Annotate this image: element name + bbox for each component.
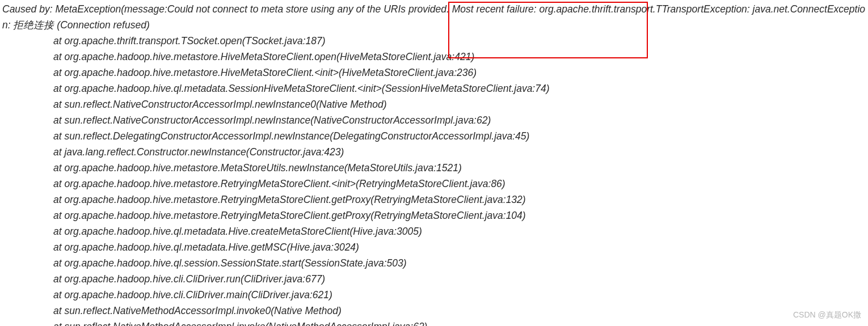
stack-frame: at org.apache.hadoop.hive.ql.metadata.Hi… xyxy=(2,239,868,255)
stack-frame: at sun.reflect.NativeMethodAccessorImpl.… xyxy=(2,303,868,319)
stack-frame: at org.apache.hadoop.hive.metastore.Retr… xyxy=(2,176,868,192)
stack-frame: at org.apache.hadoop.hive.cli.CliDriver.… xyxy=(2,287,868,303)
stack-trace: at org.apache.thrift.transport.TSocket.o… xyxy=(2,33,868,326)
stack-frame: at org.apache.hadoop.hive.metastore.Meta… xyxy=(2,160,868,176)
stack-frame: at sun.reflect.DelegatingConstructorAcce… xyxy=(2,128,868,144)
stack-frame: at org.apache.hadoop.hive.metastore.Retr… xyxy=(2,208,868,223)
stack-frame: at org.apache.hadoop.hive.ql.metadata.Hi… xyxy=(2,223,868,239)
stack-frame: at org.apache.hadoop.hive.metastore.Retr… xyxy=(2,192,868,208)
stack-frame: at sun.reflect.NativeConstructorAccessor… xyxy=(2,96,868,112)
stack-frame: at sun.reflect.NativeMethodAccessorImpl.… xyxy=(2,319,868,326)
stack-frame: at org.apache.hadoop.hive.cli.CliDriver.… xyxy=(2,271,868,287)
stack-frame: at org.apache.hadoop.hive.ql.metadata.Se… xyxy=(2,81,868,96)
exception-header: Caused by: MetaException(message:Could n… xyxy=(2,1,867,33)
stack-frame: at sun.reflect.NativeConstructorAccessor… xyxy=(2,112,868,128)
watermark: CSDN @真题OK撒 xyxy=(793,307,861,323)
stack-frame: at org.apache.hadoop.hive.metastore.Hive… xyxy=(2,65,868,81)
stack-frame: at org.apache.hadoop.hive.metastore.Hive… xyxy=(2,49,868,65)
stack-frame: at org.apache.hadoop.hive.ql.session.Ses… xyxy=(2,255,868,271)
stack-frame: at java.lang.reflect.Constructor.newInst… xyxy=(2,144,868,160)
stack-frame: at org.apache.thrift.transport.TSocket.o… xyxy=(2,33,868,49)
